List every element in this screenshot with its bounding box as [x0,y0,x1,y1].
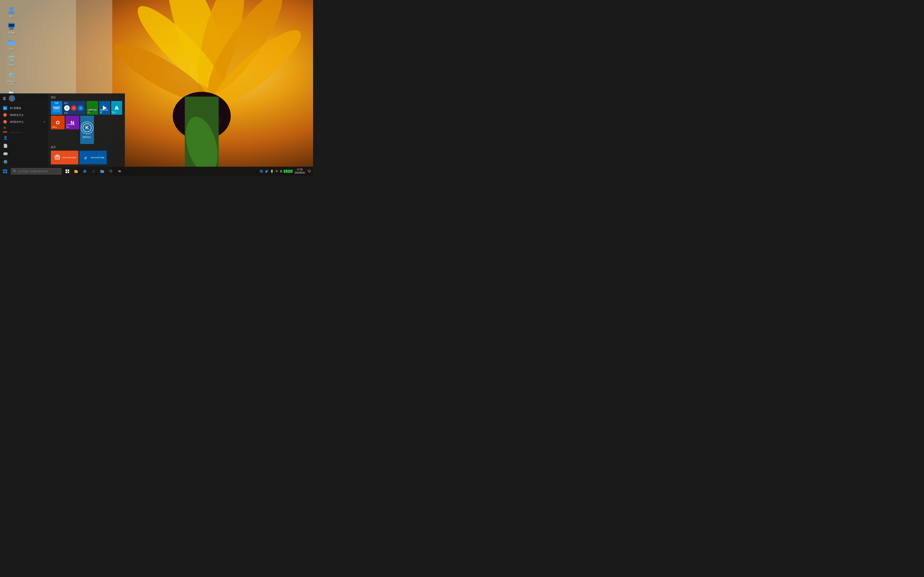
tile-movies[interactable]: 电影和电视 [99,101,110,115]
svg-rect-57 [5,169,7,171]
hamburger-icon[interactable]: ☰ [3,97,6,101]
tile-movies-label: 电影和电视 [100,109,109,114]
tile-office[interactable]: O Office [51,116,65,129]
sidebar-docs[interactable]: 📄 [0,142,48,150]
clock-time: 17:20 [295,168,305,171]
app-item-360security[interactable]: 🛡 360安全卫士 [0,111,48,118]
tile-photos-label: 照片 [112,111,121,114]
tile-calendar[interactable]: 日历 CAL [51,101,62,115]
tile-xbox-label: Xbox 主机小... [87,109,97,114]
tray-lang[interactable]: 英 [279,169,283,174]
section-a: A [0,125,48,130]
clock-date: 2020/9/26 [295,171,305,174]
app-item-360center-label: 360安全中心 [10,120,24,124]
tiles-section-pinned: 固定 [51,95,122,100]
tiles-section-gaming: 娱乐 [51,145,122,149]
tile-edge[interactable]: e Microsoft Edge [79,151,107,164]
tile-edge-label: Microsoft Edge [91,156,105,159]
app-item-3d-label: 3D 查看器 [10,106,21,110]
tile-onenote-label: OneNote for... [66,123,78,129]
tile-photos[interactable]: 照片 [111,101,122,115]
sidebar-settings[interactable]: ⚙️ [0,158,48,166]
tiles-panel: 固定 日历 CAL [48,93,125,167]
tray-network[interactable]: 🌐 [259,169,263,173]
mail-taskbar-button[interactable]: ✉ [115,167,124,176]
svg-text:e: e [84,155,87,161]
tray-volume[interactable]: 🔊 [265,169,269,173]
desktop-icon-recycle[interactable]: 🗑️ 回收站 [3,53,19,68]
app-item-360security-label: 360安全卫士 [10,113,24,117]
tile-kugou[interactable]: K 酷狗音乐 [80,116,94,144]
tile-row-top: 日历 CAL 固定 [51,101,122,115]
svg-rect-17 [9,29,14,29]
taskbar-icons: e 🛡 ✉ [63,167,124,176]
sidebar-user[interactable]: 👤 [0,134,48,142]
svg-rect-60 [66,169,67,171]
svg-text:O: O [56,120,60,126]
app-item-360center[interactable]: 🛡 360安全中心 ▶ [0,118,48,125]
tile-row-middle: O Office N OneNote for... [51,116,122,144]
user-avatar[interactable]: 👤 [9,95,15,102]
svg-rect-67 [85,170,86,171]
app-item-3d[interactable]: 3D 3D 查看器 [0,105,48,111]
expand-arrow-360center: ▶ [44,121,45,123]
svg-rect-62 [66,171,67,173]
search-input[interactable] [18,170,59,172]
svg-point-13 [8,11,15,14]
desktop-icon-360settings-label: 360安全设置 [7,81,16,86]
tile-xbox[interactable]: 🎮 Xbox 主机小... [87,101,98,115]
notification-center[interactable]: 🗨 [307,169,311,174]
start-button[interactable] [0,167,10,176]
desktop-icon-computer-label: 此电脑 [8,32,15,34]
tray-battery[interactable]: 🔋 [270,169,274,173]
sidebar-bottom: 👤 📄 ✉️ ⚙️ [0,132,48,167]
taskbar-right: 🌐 🔊 🔋 中 英 17:20 2020/9/26 🗨 [259,168,313,174]
svg-rect-58 [3,171,5,173]
folder-taskbar-button[interactable] [98,167,106,176]
app-list: 3D 3D 查看器 🛡 360安全卫士 🛡 360 [0,104,48,132]
svg-text:G: G [66,106,68,110]
desktop-icon-360settings[interactable]: ⚙️ 360安全设置 [3,69,19,87]
edge-taskbar-button[interactable]: e [89,167,98,176]
svg-rect-56 [3,169,5,171]
svg-text:3D: 3D [4,107,6,110]
svg-text:CAL: CAL [55,107,59,110]
svg-rect-59 [5,171,7,173]
security-taskbar-button[interactable]: 🛡 [107,167,115,176]
tray-chinese-input[interactable]: 中 [275,169,278,174]
tile-row-bottom: Microsoft Store e Microsoft Edge [51,151,122,164]
desktop-icon-folder-label: 文档 [9,48,14,51]
svg-rect-51 [55,156,60,160]
desktop-icon-computer[interactable]: 此电脑 [3,21,19,35]
tile-kugou-label: 酷狗音乐 [83,136,91,139]
file-explorer-button[interactable] [72,167,80,176]
app-item-amd[interactable]: A AMD Settings ▶ [0,130,48,132]
task-view-button[interactable] [63,167,71,176]
search-icon: 🔍 [13,170,16,173]
tile-onenote[interactable]: N OneNote for... [66,116,79,129]
sidebar-mail[interactable]: ✉️ [0,150,48,158]
svg-rect-61 [68,169,69,171]
svg-text:🛡: 🛡 [4,114,6,116]
svg-text:K: K [86,125,89,130]
battery-indicator [284,170,292,173]
desktop-icon-folder[interactable]: 文档 [3,37,19,52]
svg-rect-63 [68,171,69,173]
tile-office-label: Office [52,126,64,129]
desktop-icon-user-label: 用户 [9,15,14,18]
taskbar: 🔍 [0,167,313,176]
app-list-panel: ☰ 👤 3D 3D 查看器 🛡 360安全 [0,93,48,167]
desktop-icon-recycle-label: 回收站 [8,64,15,67]
start-menu: ☰ 👤 3D 3D 查看器 🛡 360安全 [0,93,125,167]
tile-multi[interactable]: 固定 G G ✉ 固定 [63,101,86,115]
svg-text:🛡: 🛡 [4,121,6,123]
svg-rect-16 [10,28,13,29]
clock[interactable]: 17:20 2020/9/26 [293,168,306,174]
tile-store-label: Microsoft Store [62,156,76,159]
tile-store[interactable]: Microsoft Store [51,151,78,164]
search-bar[interactable]: 🔍 [11,168,61,174]
desktop-icon-user[interactable]: 用户 [3,5,19,19]
svg-rect-66 [84,170,85,171]
svg-point-12 [10,7,13,11]
store-taskbar-button[interactable] [81,167,89,176]
